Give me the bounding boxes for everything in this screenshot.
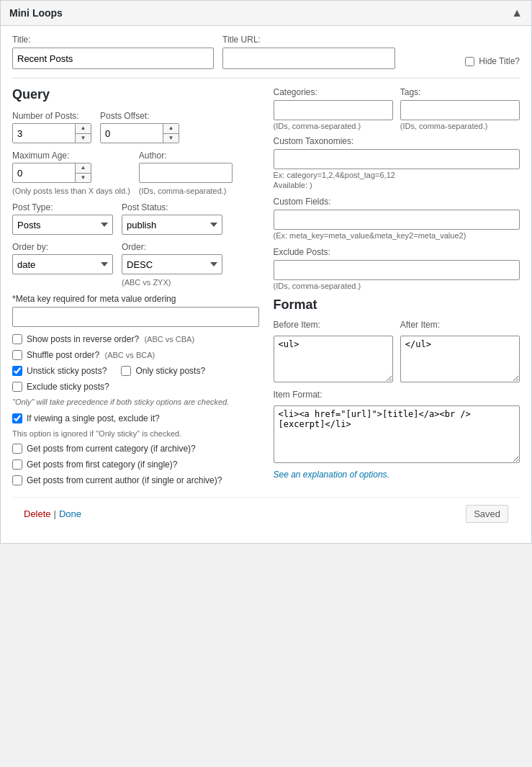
current-category-checkbox[interactable] [12, 444, 22, 454]
unstick-label[interactable]: Unstick sticky posts? [27, 366, 107, 376]
categories-input[interactable] [274, 100, 393, 120]
before-item-label: Before Item: [274, 320, 393, 330]
widget-container: Mini Loops ▲ Title: Title URL: Hide Titl… [0, 0, 532, 544]
author-hint: (IDs, comma-separated.) [139, 187, 233, 195]
posts-offset-input[interactable] [101, 124, 163, 143]
posts-offset-label: Posts Offset: [100, 111, 179, 121]
show-reverse-checkbox[interactable] [12, 334, 22, 344]
author-field: Author: (IDs, comma-separated.) [139, 151, 233, 195]
post-type-label: Post Type: [12, 202, 113, 212]
categories-field: Categories: (IDs, comma-separated.) [274, 87, 393, 130]
tags-input[interactable] [400, 100, 520, 120]
exclude-sticky-checkbox[interactable] [12, 382, 22, 392]
order-by-label: Order by: [12, 242, 113, 252]
author-input[interactable] [139, 163, 233, 183]
explanation-link[interactable]: See an explanation of options. [274, 470, 389, 480]
title-url-label: Title URL: [222, 35, 395, 45]
order-by-select[interactable]: date title menu_order rand meta_value [12, 254, 113, 274]
done-link[interactable]: Done [59, 508, 81, 519]
exclude-posts-input[interactable] [274, 260, 520, 280]
max-age-field: Maximum Age: ▲ ▼ (Only posts less than X… [12, 151, 130, 195]
hide-title-label[interactable]: Hide Title? [479, 56, 520, 66]
title-input[interactable] [12, 48, 214, 69]
format-section-title: Format [274, 297, 520, 313]
main-grid: Query Number of Posts: ▲ ▼ [12, 87, 520, 491]
num-posts-arrows: ▲ ▼ [75, 124, 91, 143]
order-hint: (ABC vs ZYX) [122, 278, 222, 287]
custom-fields-input[interactable] [274, 210, 520, 230]
hide-title-checkbox[interactable] [465, 57, 474, 66]
current-category-label[interactable]: Get posts from current category (if arch… [27, 444, 196, 454]
max-age-input[interactable] [13, 163, 75, 182]
max-age-label: Maximum Age: [12, 151, 130, 161]
query-section-title: Query [12, 87, 259, 102]
single-post-hint: This option is ignored if "Only sticky" … [12, 429, 259, 438]
title-url-input[interactable] [222, 48, 395, 69]
order-select[interactable]: DESC ASC [122, 254, 222, 274]
first-category-label[interactable]: Get posts from first category (if single… [27, 459, 177, 470]
left-column: Query Number of Posts: ▲ ▼ [12, 87, 259, 491]
meta-key-label: *Meta key required for meta value orderi… [12, 294, 259, 304]
shuffle-checkbox[interactable] [12, 350, 22, 360]
meta-key-section: *Meta key required for meta value orderi… [12, 294, 259, 327]
saved-button: Saved [466, 505, 508, 523]
item-format-textarea[interactable]: <li><a href="[url]">[title]</a><br />[ex… [274, 405, 520, 463]
first-category-checkbox[interactable] [12, 459, 22, 470]
unstick-checkbox[interactable] [12, 366, 22, 376]
widget-title: Mini Loops [9, 7, 63, 19]
post-status-select[interactable]: publish draft pending private [122, 215, 222, 235]
exclude-posts-hint: (IDs, comma-separated.) [274, 282, 520, 290]
order-by-field: Order by: date title menu_order rand met… [12, 242, 113, 287]
posts-offset-spinner: ▲ ▼ [100, 123, 179, 143]
custom-tax-input[interactable] [274, 149, 520, 169]
collapse-arrow-icon[interactable]: ▲ [511, 6, 523, 19]
exclude-sticky-label[interactable]: Exclude sticky posts? [27, 382, 109, 392]
num-posts-field: Number of Posts: ▲ ▼ [12, 111, 91, 143]
current-author-row: Get posts from current author (if single… [12, 475, 259, 485]
meta-key-input[interactable] [12, 307, 259, 327]
post-status-label: Post Status: [122, 202, 222, 212]
posts-offset-down[interactable]: ▼ [163, 134, 179, 143]
unstick-group: Unstick sticky posts? [12, 366, 107, 376]
num-posts-input[interactable] [13, 124, 75, 143]
title-field-group: Title: [12, 35, 214, 69]
title-label: Title: [12, 35, 214, 45]
single-post-label[interactable]: If viewing a single post, exclude it? [27, 413, 160, 423]
single-post-checkbox[interactable] [12, 413, 22, 423]
only-sticky-checkbox[interactable] [121, 366, 131, 376]
shuffle-label[interactable]: Shuffle post order? (ABC vs BCA) [27, 350, 155, 360]
categories-label: Categories: [274, 87, 393, 97]
only-sticky-label[interactable]: Only sticky posts? [135, 366, 205, 376]
show-reverse-label[interactable]: Show posts in reverse order? (ABC vs CBA… [27, 334, 194, 344]
max-age-down[interactable]: ▼ [76, 174, 91, 183]
tags-label: Tags: [400, 87, 520, 97]
max-age-arrows: ▲ ▼ [75, 163, 91, 182]
single-post-row: If viewing a single post, exclude it? [12, 413, 259, 423]
sticky-note: "Only" will take precedence if both stic… [12, 398, 259, 406]
num-posts-down[interactable]: ▼ [76, 134, 91, 143]
exclude-posts-label: Exclude Posts: [274, 247, 520, 257]
custom-fields-hint: (Ex: meta_key=meta_value&meta_key2=meta_… [274, 231, 520, 240]
current-author-label[interactable]: Get posts from current author (if single… [27, 475, 222, 485]
first-category-row: Get posts from first category (if single… [12, 459, 259, 470]
item-format-label: Item Format: [274, 390, 520, 400]
delete-link[interactable]: Delete [24, 508, 51, 519]
posts-offset-up[interactable]: ▲ [163, 124, 179, 134]
right-column: Categories: (IDs, comma-separated.) Tags… [274, 87, 520, 491]
current-author-checkbox[interactable] [12, 475, 22, 485]
max-age-up[interactable]: ▲ [76, 163, 91, 174]
after-item-textarea[interactable]: </ul> [400, 336, 520, 382]
num-posts-up[interactable]: ▲ [76, 124, 91, 134]
item-format-field: Item Format: <li><a href="[url]">[title]… [274, 390, 520, 463]
posts-offset-arrows: ▲ ▼ [163, 124, 179, 143]
max-age-hint: (Only posts less than X days old.) [12, 187, 130, 195]
num-posts-label: Number of Posts: [12, 111, 91, 121]
sticky-row: Unstick sticky posts? Only sticky posts? [12, 366, 259, 376]
post-type-select[interactable]: Posts Pages Custom [12, 215, 113, 235]
post-type-field: Post Type: Posts Pages Custom [12, 202, 113, 235]
before-item-textarea[interactable]: <ul> [274, 336, 393, 382]
custom-fields-field: Custom Fields: (Ex: meta_key=meta_value&… [274, 197, 520, 240]
after-item-field: After Item: </ul> [400, 320, 520, 382]
after-item-label: After Item: [400, 320, 520, 330]
custom-tax-hint2: Available: ) [274, 181, 520, 189]
